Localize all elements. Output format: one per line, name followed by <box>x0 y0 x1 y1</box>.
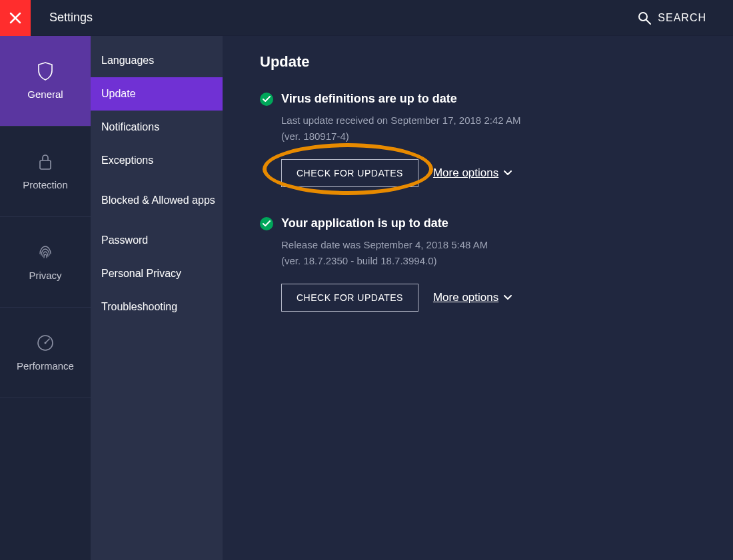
highlight-annotation: CHECK FOR UPDATES <box>281 159 418 187</box>
subnav-personal-privacy[interactable]: Personal Privacy <box>91 257 223 290</box>
app-status-details: Release date was September 4, 2018 5:48 … <box>281 237 733 269</box>
virus-definitions-section: Virus definitions are up to date Last up… <box>260 92 733 187</box>
subnav-exceptions[interactable]: Exceptions <box>91 144 223 177</box>
topbar-title: Settings <box>49 11 93 25</box>
svg-point-5 <box>45 342 47 344</box>
search-label: SEARCH <box>658 12 706 24</box>
category-label: General <box>27 89 63 100</box>
category-privacy[interactable]: Privacy <box>0 217 91 308</box>
shield-icon <box>36 62 55 81</box>
category-general[interactable]: General <box>0 36 91 127</box>
subnav-label: Password <box>101 234 148 246</box>
subnav-label: Update <box>101 88 136 100</box>
category-performance[interactable]: Performance <box>0 308 91 398</box>
subnav-label: Personal Privacy <box>101 268 181 280</box>
app-version: (ver. 18.7.2350 - build 18.7.3994.0) <box>281 253 733 269</box>
more-options-label: More options <box>433 291 498 304</box>
subnav-troubleshooting[interactable]: Troubleshooting <box>91 290 223 324</box>
subnav-notifications[interactable]: Notifications <box>91 111 223 144</box>
chevron-down-icon <box>504 170 512 176</box>
section-heading: Your application is up to date <box>260 216 733 230</box>
app-actions: CHECK FOR UPDATES More options <box>281 284 733 312</box>
subnav-label: Blocked & Allowed apps <box>101 193 215 208</box>
svg-line-1 <box>646 20 650 24</box>
subnav-update[interactable]: Update <box>91 77 223 111</box>
subnav-label: Notifications <box>101 121 159 133</box>
application-section: Your application is up to date Release d… <box>260 216 733 312</box>
svg-rect-2 <box>40 160 51 169</box>
app-status-title: Your application is up to date <box>281 216 448 230</box>
lock-icon <box>36 152 55 171</box>
subnav-password[interactable]: Password <box>91 224 223 257</box>
subnav-label: Troubleshooting <box>101 301 177 313</box>
subnav-label: Exceptions <box>101 154 153 166</box>
check-app-updates-button[interactable]: CHECK FOR UPDATES <box>281 284 418 312</box>
topbar: Settings SEARCH <box>0 0 733 36</box>
page-title: Update <box>260 53 733 71</box>
category-label: Performance <box>17 360 74 372</box>
subnav-languages[interactable]: Languages <box>91 44 223 77</box>
subnav-blocked-allowed-apps[interactable]: Blocked & Allowed apps <box>91 177 223 224</box>
virus-status-details: Last update received on September 17, 20… <box>281 113 733 144</box>
close-button[interactable] <box>0 0 31 36</box>
body: General Protection Privacy Performance L… <box>0 36 733 560</box>
virus-last-update: Last update received on September 17, 20… <box>281 113 733 129</box>
more-options-label: More options <box>433 166 498 180</box>
check-virus-updates-button[interactable]: CHECK FOR UPDATES <box>281 159 418 187</box>
virus-more-options[interactable]: More options <box>433 166 512 180</box>
category-protection[interactable]: Protection <box>0 127 91 217</box>
svg-point-0 <box>639 13 647 21</box>
search-icon <box>638 11 651 25</box>
subnav-label: Languages <box>101 55 154 67</box>
virus-status-title: Virus definitions are up to date <box>281 92 457 106</box>
category-sidebar: General Protection Privacy Performance <box>0 36 91 560</box>
chevron-down-icon <box>504 295 512 300</box>
category-label: Protection <box>23 179 68 190</box>
section-heading: Virus definitions are up to date <box>260 92 733 106</box>
app-more-options[interactable]: More options <box>433 291 512 304</box>
search-button[interactable]: SEARCH <box>638 11 706 25</box>
check-icon <box>260 93 273 106</box>
virus-version: (ver. 180917-4) <box>281 129 733 144</box>
check-icon <box>260 217 273 230</box>
gauge-icon <box>36 334 55 352</box>
subnav: Languages Update Notifications Exception… <box>91 36 223 560</box>
close-icon <box>9 12 21 24</box>
virus-actions: CHECK FOR UPDATES More options <box>281 159 733 187</box>
app-release-date: Release date was September 4, 2018 5:48 … <box>281 237 733 253</box>
category-label: Privacy <box>29 270 61 281</box>
fingerprint-icon <box>36 243 55 262</box>
main-content: Update Virus definitions are up to date … <box>223 36 733 560</box>
